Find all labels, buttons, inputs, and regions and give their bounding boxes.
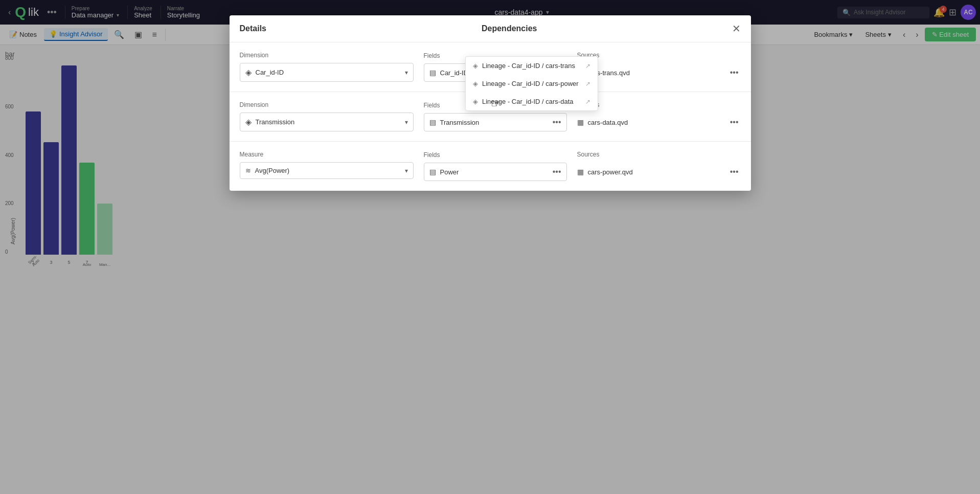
car-id-label: Car_id-ID	[256, 69, 401, 76]
avg-power-selector[interactable]: ≋ Avg(Power) ▾	[240, 162, 414, 179]
lineage-item-3[interactable]: ◈ Lineage - Car_id-ID / cars-data ↗	[466, 93, 598, 110]
modal-header: Details Dependencies ✕	[230, 15, 751, 42]
dim2-col: Dimension ◈ Transmission ▾	[240, 101, 414, 132]
source-more-button-2[interactable]: •••	[728, 117, 741, 128]
cube-icon: ◈	[245, 68, 252, 77]
cars-data-label: cars-data.qvd	[588, 119, 724, 126]
field-table-icon-3: ▤	[429, 168, 436, 176]
transmission-field-label: Transmission	[440, 119, 549, 126]
external-link-icon-3: ↗	[585, 98, 590, 105]
fields3-col: Fields ▤ Power •••	[414, 151, 567, 182]
field-table-icon-2: ▤	[429, 118, 436, 126]
lineage-item-2[interactable]: ◈ Lineage - Car_id-ID / cars-power ↗	[466, 75, 598, 93]
power-field-label: Power	[440, 168, 549, 176]
transmission-selector[interactable]: ◈ Transmission ▾	[240, 113, 414, 131]
sources-label-1: Sources	[577, 52, 741, 59]
field-more-button-3[interactable]: •••	[553, 167, 561, 176]
modal-title-dependencies: Dependencies	[287, 24, 732, 33]
fields-label-3: Fields	[424, 151, 567, 159]
lineage-icon-2: ◈	[473, 80, 478, 87]
power-field-box: ▤ Power •••	[424, 163, 567, 181]
source-box-3: ▦ cars-power.qvd •••	[577, 162, 741, 182]
lineage-icon-1: ◈	[473, 62, 478, 70]
external-link-icon-2: ↗	[585, 80, 590, 87]
meas1-col: Measure ≋ Avg(Power) ▾	[240, 151, 414, 182]
source-box-1: ▦ cars-trans.qvd •••	[577, 63, 741, 82]
external-link-icon-1: ↗	[585, 62, 590, 70]
modal-close-button[interactable]: ✕	[732, 23, 741, 35]
field-table-icon: ▤	[429, 69, 436, 77]
lineage-icon-3: ◈	[473, 98, 478, 105]
lineage-dropdown: ◈ Lineage - Car_id-ID / cars-trans ↗ ◈ L…	[465, 56, 598, 111]
selector-chevron-icon-3: ▾	[405, 167, 408, 174]
transmission-label: Transmission	[256, 118, 401, 126]
sources-label-3: Sources	[577, 151, 741, 158]
sources-label-2: Sources	[577, 101, 741, 108]
selector-chevron-icon: ▾	[405, 69, 408, 76]
dim-label-1: Dimension	[240, 52, 414, 59]
lineage-label-3: Lineage - Car_id-ID / cars-data	[482, 98, 581, 105]
source-more-button-1[interactable]: •••	[728, 67, 741, 78]
lineage-label-1: Lineage - Car_id-ID / cars-trans	[482, 62, 581, 70]
cars-trans-label: cars-trans.qvd	[588, 69, 724, 77]
lineage-item-1[interactable]: ◈ Lineage - Car_id-ID / cars-trans ↗	[466, 57, 598, 75]
dim1-col: Dimension ◈ Car_id-ID ▾	[240, 52, 414, 82]
sources3-col: Sources ▦ cars-power.qvd •••	[567, 151, 741, 182]
measure-icon: ≋	[245, 167, 251, 174]
selector-chevron-icon-2: ▾	[405, 119, 408, 126]
modal-title-details: Details	[240, 24, 266, 33]
source-more-button-3[interactable]: •••	[728, 166, 741, 177]
dim-label-2: Dimension	[240, 101, 414, 108]
cube-icon-2: ◈	[245, 117, 252, 127]
source-box-2: ▦ cars-data.qvd •••	[577, 113, 741, 132]
car-id-selector[interactable]: ◈ Car_id-ID ▾	[240, 63, 414, 82]
cars-power-label: cars-power.qvd	[588, 168, 724, 176]
transmission-field-box: ▤ Transmission •••	[424, 113, 567, 131]
avg-power-label: Avg(Power)	[255, 167, 401, 174]
measure-row-1: Measure ≋ Avg(Power) ▾ Fields ▤ Power ••…	[230, 142, 751, 191]
source-table-icon-2: ▦	[577, 118, 584, 126]
lineage-label-2: Lineage - Car_id-ID / cars-power	[482, 80, 581, 87]
source-table-icon-3: ▦	[577, 168, 584, 176]
field-more-button-2[interactable]: •••	[553, 118, 561, 127]
meas-label-1: Measure	[240, 151, 414, 158]
